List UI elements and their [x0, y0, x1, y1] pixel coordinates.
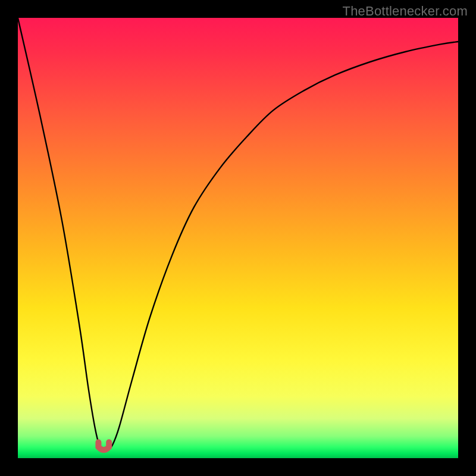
chart-frame: TheBottlenecker.com: [0, 0, 476, 476]
tip-marker: [98, 442, 109, 450]
curve-layer: [18, 18, 458, 458]
watermark-label: TheBottlenecker.com: [343, 4, 468, 19]
plot-area: [18, 18, 458, 458]
bottleneck-curve: [18, 18, 458, 450]
